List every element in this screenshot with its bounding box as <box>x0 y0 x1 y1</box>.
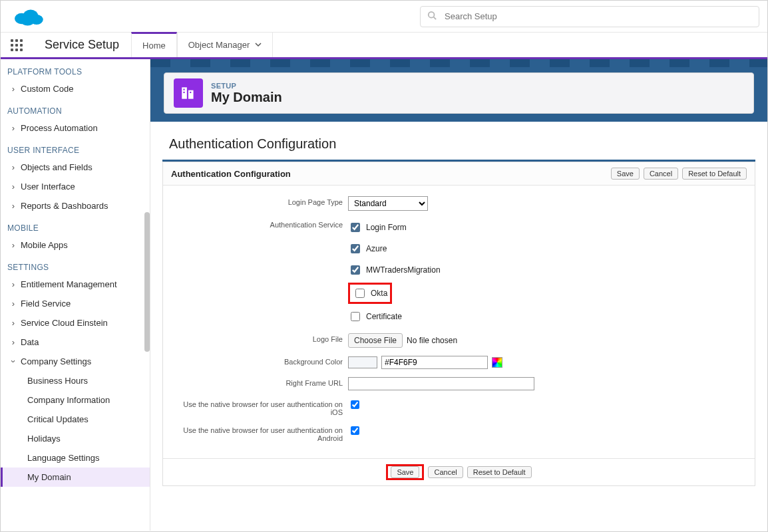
sidebar-item-custom-code[interactable]: ›Custom Code <box>1 79 150 98</box>
scrollbar-thumb[interactable] <box>144 212 150 352</box>
auth-service-option-azure[interactable]: Azure <box>348 242 387 255</box>
sidebar-item-label: Company Settings <box>21 356 91 366</box>
svg-rect-10 <box>190 92 191 93</box>
auth-service-option-okta[interactable]: Okta <box>353 287 387 300</box>
color-picker-icon[interactable] <box>492 357 502 368</box>
highlight-box: Okta <box>348 283 392 304</box>
sidebar-item-process-automation[interactable]: ›Process Automation <box>1 118 150 138</box>
sidebar-item-company-settings[interactable]: ›Company Settings <box>1 352 150 371</box>
expand-icon: › <box>9 337 18 347</box>
right-frame-url-input[interactable] <box>348 377 534 390</box>
auth-service-option-mwtraders[interactable]: MWTradersMigration <box>348 263 441 277</box>
expand-icon: › <box>9 318 18 328</box>
save-button[interactable]: Save <box>611 168 640 180</box>
option-label: Login Form <box>366 223 407 232</box>
sidebar-item-my-domain[interactable]: My Domain <box>1 467 150 487</box>
native-android-checkbox[interactable] <box>351 426 359 435</box>
svg-point-3 <box>21 15 35 25</box>
choose-file-button[interactable]: Choose File <box>348 333 403 348</box>
global-header <box>1 1 767 33</box>
collapse-icon: › <box>9 357 19 366</box>
tab-home[interactable]: Home <box>131 32 177 57</box>
cancel-button[interactable]: Cancel <box>428 466 463 478</box>
auth-config-panel: Authentication Configuration Save Cancel… <box>162 162 755 486</box>
sidebar-item-data[interactable]: ›Data <box>1 332 150 352</box>
reset-to-default-button[interactable]: Reset to Default <box>682 168 747 180</box>
sidebar-item-user-interface[interactable]: ›User Interface <box>1 177 150 196</box>
search-input[interactable] <box>443 11 752 22</box>
sidebar-item-label: Reports & Dashboards <box>21 201 108 211</box>
sidebar-item-objects-and-fields[interactable]: ›Objects and Fields <box>1 158 150 177</box>
checkbox[interactable] <box>351 223 360 232</box>
app-nav: Service Setup Home Object Manager <box>1 33 767 59</box>
sidebar-heading: PLATFORM TOOLS <box>1 59 150 79</box>
expand-icon: › <box>9 182 18 192</box>
sidebar-item-language-settings[interactable]: Language Settings <box>1 448 150 467</box>
checkbox[interactable] <box>351 312 360 321</box>
save-button[interactable]: Save <box>391 466 419 478</box>
sidebar-item-label: Mobile Apps <box>21 240 68 250</box>
checkbox[interactable] <box>351 244 360 253</box>
sidebar-item-label: Business Hours <box>27 376 88 386</box>
panel-title: Authentication Configuration <box>171 169 291 179</box>
sidebar-item-label: Language Settings <box>27 453 99 463</box>
tab-label: Object Manager <box>188 40 250 50</box>
salesforce-logo <box>13 6 45 27</box>
sidebar-item-label: Objects and Fields <box>21 162 93 172</box>
color-swatch <box>348 356 377 368</box>
field-label: Authentication Service <box>175 219 348 229</box>
sidebar-item-label: Service Cloud Einstein <box>21 318 108 328</box>
option-label: Okta <box>371 289 387 298</box>
expand-icon: › <box>9 123 18 133</box>
sidebar-item-business-hours[interactable]: Business Hours <box>1 371 150 390</box>
svg-point-4 <box>429 12 435 18</box>
sidebar-heading: AUTOMATION <box>1 98 150 118</box>
page-title: Authentication Configuration <box>150 122 767 160</box>
sidebar-item-label: Process Automation <box>21 123 98 133</box>
background-color-input[interactable] <box>381 356 488 369</box>
svg-rect-9 <box>183 92 184 93</box>
auth-service-option-certificate[interactable]: Certificate <box>348 310 402 323</box>
sidebar-item-label: User Interface <box>21 182 75 192</box>
cancel-button[interactable]: Cancel <box>644 168 678 180</box>
sidebar-item-label: Critical Updates <box>27 414 89 424</box>
sidebar-item-service-cloud-einstein[interactable]: ›Service Cloud Einstein <box>1 313 150 332</box>
sidebar-item-label: Custom Code <box>21 84 73 94</box>
sidebar-item-company-information[interactable]: Company Information <box>1 390 150 410</box>
sidebar-item-label: Data <box>21 337 39 347</box>
auth-service-option-login-form[interactable]: Login Form <box>348 221 407 234</box>
native-ios-checkbox[interactable] <box>351 400 359 409</box>
sidebar-item-critical-updates[interactable]: Critical Updates <box>1 410 150 429</box>
sidebar-heading: MOBILE <box>1 215 150 235</box>
sidebar-item-reports-dashboards[interactable]: ›Reports & Dashboards <box>1 196 150 215</box>
file-status: No file chosen <box>407 336 457 345</box>
checkbox[interactable] <box>355 289 365 298</box>
global-search[interactable] <box>420 6 759 27</box>
sidebar-heading: SETTINGS <box>1 255 150 275</box>
tab-object-manager[interactable]: Object Manager <box>177 33 274 57</box>
highlight-box: Save <box>386 464 424 480</box>
login-page-type-select[interactable]: Standard <box>348 196 428 211</box>
sidebar-item-entitlement-management[interactable]: ›Entitlement Management <box>1 275 150 294</box>
sidebar-heading: USER INTERFACE <box>1 138 150 158</box>
sidebar-item-label: Field Service <box>21 299 71 309</box>
svg-line-5 <box>434 17 437 20</box>
sidebar-item-mobile-apps[interactable]: ›Mobile Apps <box>1 235 150 255</box>
svg-rect-7 <box>188 90 194 99</box>
field-label: Logo File <box>175 333 348 343</box>
sidebar-item-holidays[interactable]: Holidays <box>1 429 150 448</box>
checkbox[interactable] <box>351 265 360 275</box>
expand-icon: › <box>9 279 18 289</box>
page-hero: SETUP My Domain <box>150 59 767 122</box>
option-label: MWTradersMigration <box>366 265 441 275</box>
expand-icon: › <box>9 162 18 172</box>
field-label: Use the native browser for user authenti… <box>175 398 348 416</box>
app-launcher-icon[interactable] <box>1 33 33 57</box>
field-label: Login Page Type <box>175 196 348 206</box>
main-content: SETUP My Domain Authentication Configura… <box>150 59 767 531</box>
sidebar-item-label: Entitlement Management <box>21 279 117 289</box>
sidebar-item-field-service[interactable]: ›Field Service <box>1 294 150 313</box>
my-domain-icon <box>174 78 203 108</box>
field-label: Background Color <box>175 356 348 366</box>
reset-to-default-button[interactable]: Reset to Default <box>467 466 532 478</box>
